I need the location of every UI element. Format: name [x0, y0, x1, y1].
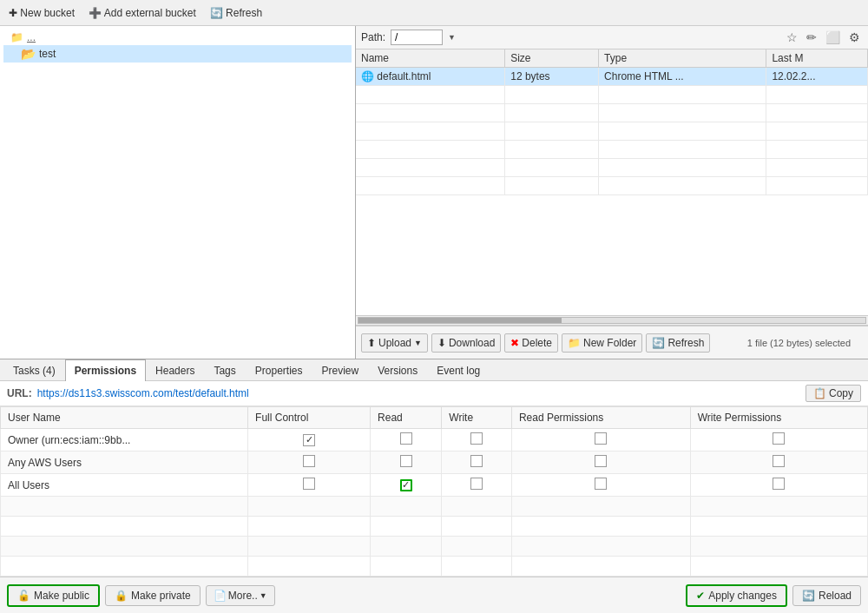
table-row-empty-4	[356, 141, 868, 159]
url-bar: URL: https://ds11s3.swisscom.com/test/de…	[0, 381, 868, 406]
path-icons: ☆ ✏ ⬜ ⚙	[784, 30, 863, 45]
perm-owner-writeperms[interactable]	[690, 429, 867, 452]
perm-allusers-readperms[interactable]	[511, 474, 690, 497]
perm-allusers-write[interactable]	[442, 474, 512, 497]
checkbox-awsusers-readperms[interactable]	[595, 455, 607, 467]
refresh-button-top[interactable]: 🔄 Refresh	[207, 5, 266, 21]
scrollbar-track[interactable]	[358, 317, 866, 324]
make-public-icon: 🔓	[17, 590, 30, 602]
col-type[interactable]: Type	[599, 49, 766, 68]
url-label: URL:	[7, 387, 32, 399]
apply-icon: ✔	[696, 590, 705, 602]
perm-col-username[interactable]: User Name	[1, 407, 248, 429]
refresh-icon: 🔄	[652, 337, 665, 349]
make-public-button[interactable]: 🔓 Make public	[7, 584, 100, 607]
delete-icon: ✖	[510, 337, 519, 349]
checkbox-owner-read[interactable]	[400, 432, 412, 445]
path-filter-icon[interactable]: ⚙	[846, 30, 863, 45]
perm-awsusers-write[interactable]	[442, 452, 512, 474]
reload-button[interactable]: 🔄 Reload	[792, 585, 861, 606]
tab-tags[interactable]: Tags	[204, 359, 245, 381]
checkbox-awsusers-fullcontrol[interactable]	[303, 455, 315, 467]
path-window-icon[interactable]: ⬜	[823, 30, 843, 45]
perm-col-readperms[interactable]: Read Permissions	[511, 407, 690, 429]
download-button[interactable]: ⬇ Download	[431, 333, 501, 353]
checkbox-awsusers-writeperms[interactable]	[773, 455, 785, 467]
checkbox-awsusers-write[interactable]	[470, 455, 483, 467]
file-icon: 🌐	[361, 70, 374, 82]
tree-parent-item[interactable]: 📁 ...	[3, 30, 352, 45]
file-toolbar: ⬆ Upload ▼ ⬇ Download ✖ Delete 📁 New Fol…	[356, 326, 868, 359]
make-private-button[interactable]: 🔒 Make private	[105, 585, 201, 606]
main-area: 📁 ... 📂 test Path: ▼ ☆ ✏ ⬜ ⚙	[0, 26, 868, 359]
tree-area: 📁 ... 📂 test	[0, 26, 355, 359]
perm-allusers-name: All Users	[1, 474, 248, 497]
tab-event-log[interactable]: Event log	[427, 359, 490, 381]
new-folder-button[interactable]: 📁 New Folder	[562, 333, 642, 353]
tree-test-folder[interactable]: 📂 test	[3, 45, 352, 63]
perm-allusers-writeperms[interactable]	[690, 474, 867, 497]
checkbox-owner-writeperms[interactable]	[773, 432, 785, 445]
checkbox-allusers-write[interactable]	[470, 478, 483, 490]
perm-row-empty-1	[1, 497, 868, 517]
perm-awsusers-name: Any AWS Users	[1, 452, 248, 474]
perm-allusers-read[interactable]	[371, 474, 442, 497]
tab-permissions[interactable]: Permissions	[65, 359, 146, 381]
tab-properties[interactable]: Properties	[246, 359, 312, 381]
tabs-bar: Tasks (4) Permissions Headers Tags Prope…	[0, 359, 868, 381]
checkbox-owner-fullcontrol[interactable]	[303, 434, 315, 446]
perm-owner-readperms[interactable]	[511, 429, 690, 452]
checkbox-owner-readperms[interactable]	[595, 432, 607, 445]
apply-changes-button[interactable]: ✔ Apply changes	[686, 584, 787, 607]
perm-allusers-fullcontrol[interactable]	[248, 474, 371, 497]
perm-col-read[interactable]: Read	[371, 407, 442, 429]
perm-owner-read[interactable]	[371, 429, 442, 452]
perm-awsusers-writeperms[interactable]	[690, 452, 867, 474]
perm-owner-write[interactable]	[442, 429, 512, 452]
perm-row-awsusers: Any AWS Users	[1, 452, 868, 474]
horizontal-scrollbar[interactable]	[356, 315, 868, 326]
more-dropdown-arrow[interactable]: ▼	[260, 591, 267, 600]
checkbox-allusers-fullcontrol[interactable]	[303, 478, 315, 490]
col-name[interactable]: Name	[356, 49, 505, 68]
perm-awsusers-readperms[interactable]	[511, 452, 690, 474]
col-size[interactable]: Size	[505, 49, 599, 68]
path-edit-icon[interactable]: ✏	[804, 30, 819, 45]
col-lastmod[interactable]: Last M	[766, 49, 868, 68]
upload-dropdown-arrow[interactable]: ▼	[414, 339, 422, 347]
path-input[interactable]	[391, 30, 443, 45]
top-toolbar: ✚ New bucket ➕ Add external bucket 🔄 Ref…	[0, 0, 868, 26]
make-private-icon: 🔒	[115, 590, 128, 602]
perm-owner-name: Owner (urn:ecs:iam::9bb...	[1, 429, 248, 452]
perm-awsusers-read[interactable]	[371, 452, 442, 474]
copy-icon: 📋	[813, 387, 826, 399]
tab-headers[interactable]: Headers	[146, 359, 204, 381]
perm-col-fullcontrol[interactable]: Full Control	[248, 407, 371, 429]
checkbox-allusers-readperms[interactable]	[595, 478, 607, 490]
tab-tasks[interactable]: Tasks (4)	[3, 359, 65, 381]
file-selection-status: 1 file (12 bytes) selected	[747, 338, 851, 348]
perm-col-writeperms[interactable]: Write Permissions	[690, 407, 867, 429]
path-star-icon[interactable]: ☆	[784, 30, 800, 45]
checkbox-awsusers-read[interactable]	[400, 455, 412, 467]
perm-awsusers-fullcontrol[interactable]	[248, 452, 371, 474]
tab-versions[interactable]: Versions	[368, 359, 427, 381]
tab-preview[interactable]: Preview	[312, 359, 368, 381]
more-button[interactable]: 📄 More.. ▼	[206, 585, 275, 606]
file-lastmod-cell: 12.02.2...	[766, 68, 868, 86]
new-bucket-button[interactable]: ✚ New bucket	[5, 5, 78, 21]
delete-button[interactable]: ✖ Delete	[504, 333, 558, 353]
table-row[interactable]: 🌐 default.html 12 bytes Chrome HTML ... …	[356, 68, 868, 86]
refresh-button-file[interactable]: 🔄 Refresh	[646, 333, 710, 353]
permissions-table: User Name Full Control Read Write Read P…	[0, 406, 868, 577]
checkbox-owner-write[interactable]	[470, 432, 483, 445]
scrollbar-thumb[interactable]	[358, 318, 562, 323]
perm-owner-fullcontrol[interactable]	[248, 429, 371, 452]
copy-button[interactable]: 📋 Copy	[806, 385, 861, 402]
perm-col-write[interactable]: Write	[442, 407, 512, 429]
upload-button[interactable]: ⬆ Upload ▼	[361, 333, 428, 353]
add-external-bucket-button[interactable]: ➕ Add external bucket	[85, 5, 200, 21]
checkbox-allusers-read[interactable]	[400, 479, 412, 491]
checkbox-allusers-writeperms[interactable]	[773, 478, 785, 490]
perm-row-allusers: All Users	[1, 474, 868, 497]
